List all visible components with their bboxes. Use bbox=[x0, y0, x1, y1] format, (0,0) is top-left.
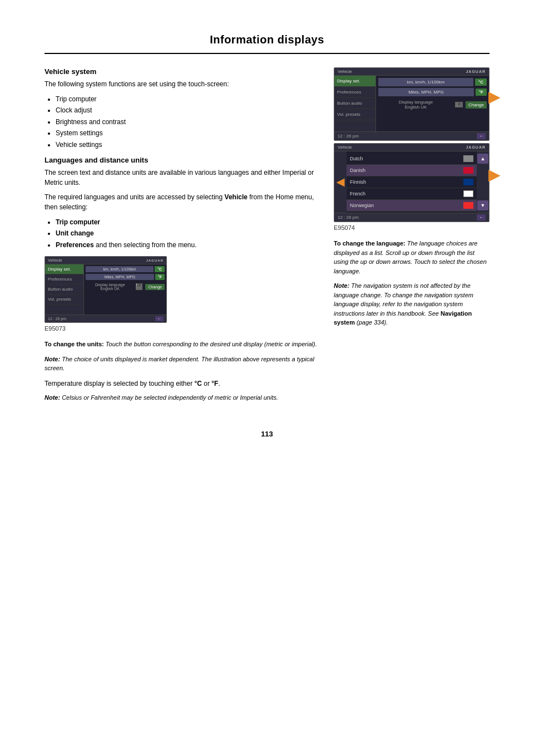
lang-item-norwegian[interactable]: Norwegian bbox=[347, 200, 477, 212]
unit-screen-left: Vehicle JAGUAR Display set. Preferences … bbox=[44, 256, 167, 323]
right-unit-back[interactable]: ← bbox=[477, 133, 486, 139]
mini-unit-row2: Miles, MPH, MPG °F bbox=[86, 274, 165, 280]
right-unit-row2: Miles, MPH, MPG °F bbox=[378, 88, 487, 96]
right-unit-imperial[interactable]: Miles, MPH, MPG bbox=[378, 88, 474, 96]
orange-arrow-unit: ▶ bbox=[488, 88, 500, 105]
right-lang-jaguar: JAGUAR bbox=[466, 145, 486, 149]
temp-text: Temperature display is selected by touch… bbox=[44, 379, 317, 389]
right-lang-header: Vehicle JAGUAR bbox=[334, 144, 489, 151]
e95073-caption: E95073 bbox=[44, 325, 317, 332]
lang-item-dutch[interactable]: Dutch bbox=[347, 153, 477, 165]
lang-screen-wrapper: Vehicle JAGUAR ◀ Dutch bbox=[334, 143, 490, 222]
right-unit-menu: Display set. Preferences Button audio Vo… bbox=[334, 76, 376, 131]
mini-menu-display[interactable]: Display set. bbox=[45, 264, 83, 274]
norwegian-flag bbox=[463, 202, 473, 209]
mini-temp-col: °C bbox=[155, 266, 165, 272]
mini-menu-button[interactable]: Button audio bbox=[45, 284, 83, 294]
vehicle-system-intro: The following system functions are set u… bbox=[44, 79, 317, 89]
scroll-up-btn[interactable]: ▲ bbox=[477, 154, 489, 164]
mini-time: 12 : 26 pm bbox=[48, 317, 66, 321]
right-unit-title: Vehicle bbox=[338, 69, 352, 74]
right-jaguar-logo: JAGUAR bbox=[466, 70, 486, 73]
lang-list: Dutch Danish Finnish bbox=[347, 151, 477, 213]
page-container: Information displays Vehicle system The … bbox=[0, 0, 534, 756]
page-title: Information displays bbox=[44, 33, 490, 46]
bullet-system-settings: System settings bbox=[56, 127, 317, 139]
vehicle-system-bullets: Trip computer Clock adjust Brightness an… bbox=[56, 94, 317, 150]
unit-screen-wrapper: Vehicle JAGUAR Display set. Preferences … bbox=[334, 67, 490, 141]
change-units-label: To change the units: Touch the button co… bbox=[44, 340, 317, 349]
right-lang-text: Display languageEnglish UK bbox=[378, 100, 453, 110]
mini-menu-vol[interactable]: Vol. presets bbox=[45, 294, 83, 305]
lang-item-danish[interactable]: Danish bbox=[347, 165, 477, 176]
scroll-down-btn[interactable]: ▼ bbox=[477, 200, 489, 210]
french-flag bbox=[463, 190, 473, 197]
mini-body: Display set. Preferences Button audio Vo… bbox=[45, 264, 166, 315]
right-menu-button[interactable]: Button audio bbox=[334, 98, 375, 109]
right-temp-f[interactable]: °F bbox=[476, 89, 487, 96]
right-note: Note: The navigation system is not affec… bbox=[334, 281, 490, 327]
mini-temp-f-btn[interactable]: °F bbox=[155, 274, 165, 280]
right-lang-title: Vehicle bbox=[338, 145, 352, 150]
bullet-brightness: Brightness and contrast bbox=[56, 116, 317, 127]
bullet-clock-adjust: Clock adjust bbox=[56, 105, 317, 116]
right-menu-display[interactable]: Display set. bbox=[334, 76, 375, 87]
mini-unit-btn-imperial[interactable]: Miles, MPH, MPG bbox=[86, 274, 154, 280]
right-unit-content: km, km/h, 1/100km °C Miles, MPH, MPG °F bbox=[376, 76, 489, 131]
page-number: 113 bbox=[44, 430, 490, 438]
languages-para1: The screen text and distance units are a… bbox=[44, 168, 317, 188]
vehicle-system-heading: Vehicle system bbox=[44, 67, 317, 76]
bullet-trip-computer: Trip computer bbox=[56, 94, 317, 105]
mini-change-btn[interactable]: Change bbox=[145, 284, 165, 290]
mini-header-title: Vehicle bbox=[48, 258, 62, 263]
right-lang-row: Display languageEnglish UK 🏴 Change bbox=[378, 100, 487, 110]
languages-bullets: Trip computer Unit change Preferences an… bbox=[56, 217, 317, 251]
mini-unit-row1: km, km/h, 1/100km °C bbox=[86, 266, 165, 272]
right-lang-footer: 12 : 26 pm ← bbox=[334, 213, 489, 222]
dutch-flag bbox=[463, 155, 473, 162]
lang-item-french[interactable]: French bbox=[347, 188, 477, 200]
e95074-caption: E95074 bbox=[334, 224, 490, 231]
jaguar-logo-mini: JAGUAR bbox=[146, 259, 164, 262]
right-lang-back[interactable]: ← bbox=[477, 214, 486, 220]
right-menu-pref[interactable]: Preferences bbox=[334, 87, 375, 98]
orange-arrow-lang: ▶ bbox=[488, 166, 500, 183]
mini-footer: 12 : 26 pm ← bbox=[45, 315, 166, 322]
languages-heading: Languages and distance units bbox=[44, 156, 317, 164]
bullet-preferences: Preferences and then selecting from the … bbox=[56, 239, 317, 251]
right-unit-row1: km, km/h, 1/100km °C bbox=[378, 78, 487, 86]
right-unit-footer: 12 : 26 pm ← bbox=[334, 131, 489, 140]
content-layout: Vehicle system The following system func… bbox=[44, 67, 490, 408]
bullet-unit-change: Unit change bbox=[56, 228, 317, 239]
flag-icon: 🏴 bbox=[136, 283, 142, 290]
mini-screen-header: Vehicle JAGUAR bbox=[45, 257, 166, 264]
left-column: Vehicle system The following system func… bbox=[44, 67, 317, 408]
mini-lang-label: Display languageEnglish UK bbox=[86, 283, 134, 291]
right-menu-vol[interactable]: Vol. presets bbox=[334, 109, 375, 120]
mini-menu-pref[interactable]: Preferences bbox=[45, 274, 83, 284]
note1: Note: The choice of units displayed is m… bbox=[44, 355, 317, 373]
lang-screen-right: Vehicle JAGUAR ◀ Dutch bbox=[334, 143, 490, 222]
bullet-vehicle-settings: Vehicle settings bbox=[56, 139, 317, 150]
mini-menu: Display set. Preferences Button audio Vo… bbox=[45, 264, 84, 315]
lang-scroll-left: ◀ bbox=[334, 151, 347, 213]
languages-para2: The required languages and units are acc… bbox=[44, 192, 317, 212]
lang-item-finnish[interactable]: Finnish bbox=[347, 176, 477, 188]
flag-icon-right: 🏴 bbox=[455, 102, 463, 107]
danish-flag bbox=[463, 167, 473, 174]
mini-temp-c-btn[interactable]: °C bbox=[155, 266, 165, 272]
right-temp-c[interactable]: °C bbox=[475, 78, 487, 86]
mini-lang-row: Display languageEnglish UK 🏴 Change bbox=[86, 283, 165, 291]
right-temp-col2: °F bbox=[476, 89, 487, 96]
mini-content: km, km/h, 1/100km °C Miles, MPH, MPG °F bbox=[84, 264, 166, 315]
change-lang-label: To change the language: The language cho… bbox=[334, 239, 490, 276]
mini-back-btn[interactable]: ← bbox=[155, 316, 164, 321]
right-unit-time: 12 : 26 pm bbox=[338, 133, 359, 139]
mini-unit-btn-metric[interactable]: km, km/h, 1/100km bbox=[86, 266, 154, 272]
lang-right-body: ◀ Dutch Danish bbox=[334, 151, 489, 213]
title-rule bbox=[44, 53, 490, 54]
right-change-btn[interactable]: Change bbox=[466, 101, 487, 109]
right-lang-time: 12 : 26 pm bbox=[338, 214, 359, 220]
right-unit-metric[interactable]: km, km/h, 1/100km bbox=[378, 78, 473, 86]
right-temp-col: °C bbox=[475, 78, 487, 86]
